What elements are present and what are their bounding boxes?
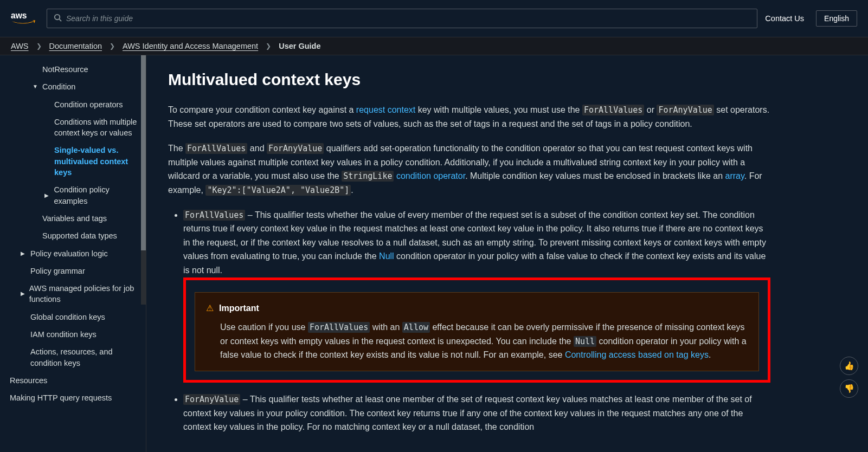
caret-right-icon: ▶ xyxy=(21,250,27,257)
qualifier-list: ForAllValues – This qualifier tests whet… xyxy=(168,208,770,434)
callout-body: Use caution if you use ForAllValues with… xyxy=(206,320,748,362)
sidebar-item-label: Condition xyxy=(42,81,75,92)
sidebar-item[interactable]: Global condition keys xyxy=(0,308,146,326)
header-actions: Contact Us English xyxy=(765,10,857,27)
svg-line-2 xyxy=(59,19,61,21)
sidebar-item[interactable]: Variables and tags xyxy=(0,210,146,227)
sidebar-item-label: Supported data types xyxy=(42,230,117,241)
sidebar-item-label: NotResource xyxy=(42,64,88,75)
sidebar-item-label: Resources xyxy=(10,375,47,386)
sidebar-item[interactable]: Making HTTP query requests xyxy=(0,389,146,406)
code-null: Null xyxy=(574,336,596,347)
search-icon xyxy=(54,14,62,24)
code-forallvalues: ForAllValues xyxy=(308,322,370,333)
code-foranyvalue: ForAnyValue xyxy=(657,105,713,115)
sidebar-item[interactable]: Actions, resources, and condition keys xyxy=(0,343,146,372)
sidebar-item-label: Conditions with multiple context keys or… xyxy=(54,117,140,139)
caret-right-icon: ▶ xyxy=(21,290,26,298)
code-forallvalues: ForAllValues xyxy=(582,105,644,115)
sidebar-item[interactable]: Conditions with multiple context keys or… xyxy=(0,113,146,142)
sidebar-item[interactable]: Condition operators xyxy=(0,96,146,113)
chevron-right-icon: ❯ xyxy=(266,42,271,50)
breadcrumb-service[interactable]: AWS Identity and Access Management xyxy=(123,42,258,50)
sidebar-item[interactable]: Policy grammar xyxy=(0,262,146,280)
paragraph: The ForAllValues and ForAnyValue qualifi… xyxy=(168,141,770,197)
callout-header: ⚠ Important xyxy=(206,301,748,315)
sidebar-item[interactable]: Supported data types xyxy=(0,227,146,244)
paragraph: To compare your condition context key ag… xyxy=(168,103,770,131)
sidebar-item-label: Policy evaluation logic xyxy=(30,248,108,259)
sidebar-item[interactable]: ▶Condition policy examples xyxy=(0,181,146,210)
search-input[interactable] xyxy=(66,14,750,23)
code-forallvalues: ForAllValues xyxy=(183,210,245,221)
code-forallvalues: ForAllValues xyxy=(185,143,247,154)
page-title: Multivalued context keys xyxy=(168,70,770,89)
code-example: "Key2":["Value2A", "Value2B"] xyxy=(205,185,351,196)
contact-link[interactable]: Contact Us xyxy=(765,14,804,23)
sidebar-item-label: Single-valued vs. multivalued context ke… xyxy=(54,145,140,178)
svg-text:aws: aws xyxy=(11,11,27,20)
code-foranyvalue: ForAnyValue xyxy=(183,394,240,405)
highlight-box: ⚠ Important Use caution if you use ForAl… xyxy=(183,277,770,383)
link-array[interactable]: array xyxy=(725,171,744,180)
link-request-context[interactable]: request context xyxy=(356,105,415,114)
aws-logo[interactable]: aws xyxy=(11,10,39,27)
breadcrumb: AWS ❯ Documentation ❯ AWS Identity and A… xyxy=(0,37,868,55)
layout: NotResource▼ConditionCondition operators… xyxy=(0,55,868,452)
caret-right-icon: ▶ xyxy=(44,192,50,199)
sidebar-item-label: Variables and tags xyxy=(42,213,107,224)
sidebar-item-label: Global condition keys xyxy=(30,312,105,322)
caret-down-icon: ▼ xyxy=(33,83,39,91)
sidebar-item-label: AWS managed policies for job functions xyxy=(29,283,140,305)
sidebar-item[interactable]: ▶AWS managed policies for job functions xyxy=(0,280,146,308)
chevron-right-icon: ❯ xyxy=(110,42,115,50)
feedback-buttons: 👍 👎 xyxy=(840,357,858,398)
breadcrumb-current: User Guide xyxy=(279,42,320,50)
list-item: ForAllValues – This qualifier tests whet… xyxy=(183,208,770,383)
link-condition-operator[interactable]: condition operator xyxy=(396,171,465,180)
sidebar-item[interactable]: NotResource xyxy=(0,61,146,78)
language-button[interactable]: English xyxy=(816,10,857,27)
warning-icon: ⚠ xyxy=(206,301,214,315)
code-foranyvalue: ForAnyValue xyxy=(267,143,324,154)
link-null[interactable]: Null xyxy=(379,251,394,261)
sidebar-item[interactable]: Resources xyxy=(0,372,146,389)
sidebar-item-label: Actions, resources, and condition keys xyxy=(30,346,140,369)
breadcrumb-aws[interactable]: AWS xyxy=(11,42,29,50)
sidebar-item[interactable]: ▶Policy evaluation logic xyxy=(0,245,146,262)
search-container xyxy=(47,9,757,28)
thumbs-down-button[interactable]: 👎 xyxy=(840,379,858,398)
sidebar-item[interactable]: Single-valued vs. multivalued context ke… xyxy=(0,141,146,181)
code-stringlike: StringLike xyxy=(342,171,394,182)
sidebar-item[interactable]: ▼Condition xyxy=(0,78,146,95)
sidebar-item[interactable]: IAM condition keys xyxy=(0,326,146,343)
sidebar: NotResource▼ConditionCondition operators… xyxy=(0,55,146,452)
chevron-right-icon: ❯ xyxy=(36,42,42,50)
sidebar-item-label: IAM condition keys xyxy=(30,329,97,340)
sidebar-item-label: Condition policy examples xyxy=(54,184,140,206)
callout-title: Important xyxy=(219,301,259,315)
site-header: aws Contact Us English xyxy=(0,0,868,37)
important-callout: ⚠ Important Use caution if you use ForAl… xyxy=(195,292,759,371)
thumbs-up-button[interactable]: 👍 xyxy=(840,357,858,375)
search-box[interactable] xyxy=(47,9,757,28)
list-item: ForAnyValue – This qualifier tests wheth… xyxy=(183,392,770,434)
breadcrumb-docs[interactable]: Documentation xyxy=(49,42,102,50)
sidebar-item-label: Condition operators xyxy=(54,99,123,110)
svg-point-1 xyxy=(55,14,60,19)
main-content: Multivalued context keys To compare your… xyxy=(146,55,868,452)
sidebar-item-label: Policy grammar xyxy=(30,266,85,276)
code-allow: Allow xyxy=(402,322,430,333)
link-controlling-access[interactable]: Controlling access based on tag keys xyxy=(565,350,709,359)
sidebar-item-label: Making HTTP query requests xyxy=(10,392,112,403)
